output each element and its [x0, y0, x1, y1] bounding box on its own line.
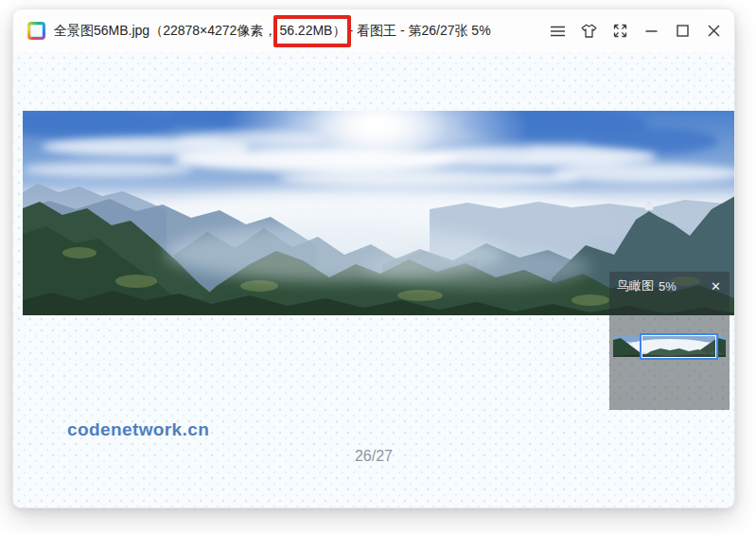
birdseye-thumbnail[interactable]: [613, 336, 726, 357]
birdseye-viewport-handle[interactable]: [640, 333, 718, 360]
page-indicator: 26/27: [13, 448, 734, 465]
watermark-text: codenetwork.cn: [67, 419, 209, 440]
title-bar[interactable]: 全景图56MB.jpg（22878×4272像素， 56.22MB） - 看图王…: [13, 9, 734, 52]
menu-icon[interactable]: [548, 19, 567, 44]
minimize-icon[interactable]: [642, 19, 660, 44]
app-logo-icon: [27, 22, 45, 40]
maximize-icon[interactable]: [673, 19, 692, 44]
close-icon[interactable]: [704, 19, 723, 44]
birdseye-header: 鸟瞰图 5% ✕: [609, 272, 730, 298]
title-segment-filesize: 56.22MB）: [276, 23, 348, 40]
picture-viewer-window: 全景图56MB.jpg（22878×4272像素， 56.22MB） - 看图王…: [12, 9, 735, 508]
viewer-canvas: 鸟瞰图 5% ✕ codenetwork.cn 26/27: [13, 52, 734, 507]
window-controls: [548, 19, 723, 44]
title-segment-after: - 看图王 - 第26/27张 5%: [348, 23, 490, 40]
expand-arrows-icon[interactable]: [610, 19, 629, 44]
mountain-top-building: [645, 205, 653, 210]
birdseye-zoom-level: 5%: [659, 279, 677, 294]
window-title: 全景图56MB.jpg（22878×4272像素， 56.22MB） - 看图王…: [54, 23, 491, 40]
title-segment-before: 全景图56MB.jpg（22878×4272像素，: [54, 23, 276, 40]
birdseye-title: 鸟瞰图: [617, 277, 654, 294]
birdseye-panel: 鸟瞰图 5% ✕: [609, 272, 730, 410]
tshirt-skin-icon[interactable]: [579, 19, 598, 44]
birdseye-close-icon[interactable]: ✕: [709, 280, 723, 293]
